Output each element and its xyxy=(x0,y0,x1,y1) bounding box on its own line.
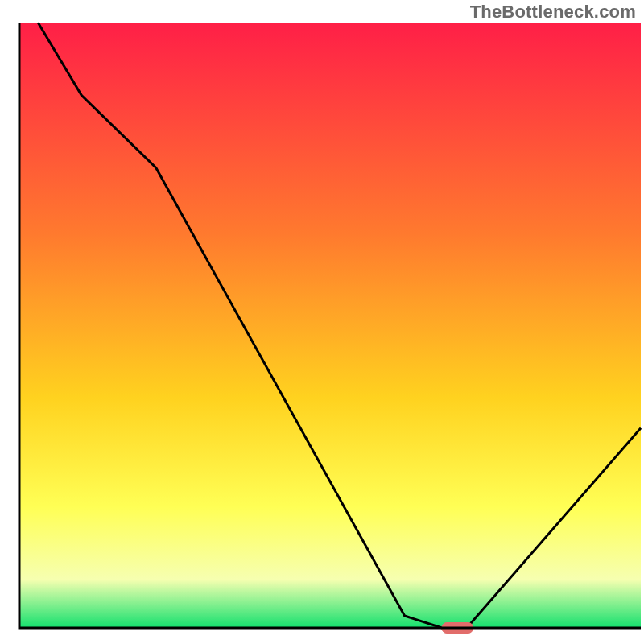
watermark-text: TheBottleneck.com xyxy=(470,2,636,23)
plot-background xyxy=(19,23,641,628)
chart-container: TheBottleneck.com xyxy=(0,0,644,644)
chart-svg xyxy=(0,0,644,644)
